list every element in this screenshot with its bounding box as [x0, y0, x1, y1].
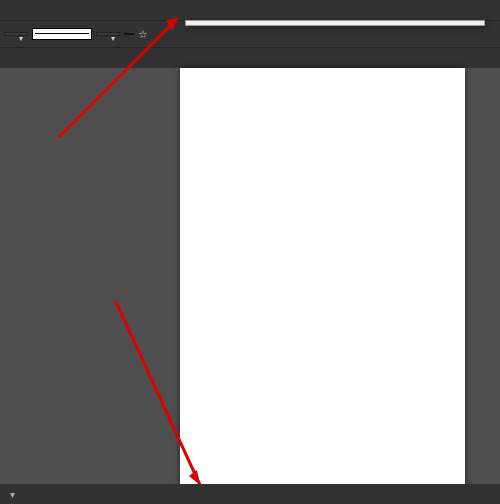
- artboard[interactable]: [180, 68, 465, 498]
- canvas-area[interactable]: [0, 68, 500, 484]
- status-bar: ▾: [0, 484, 500, 504]
- window-menu-dropdown: [185, 20, 485, 26]
- points-value[interactable]: [124, 33, 134, 35]
- document-tab[interactable]: [0, 48, 500, 68]
- menubar: [0, 0, 500, 20]
- zoom-select[interactable]: [4, 32, 28, 36]
- stroke-type-select[interactable]: [96, 32, 120, 36]
- chevron-down-icon[interactable]: ▾: [10, 489, 15, 500]
- stroke-preview[interactable]: [32, 28, 92, 40]
- star-icon: ☆: [138, 28, 148, 41]
